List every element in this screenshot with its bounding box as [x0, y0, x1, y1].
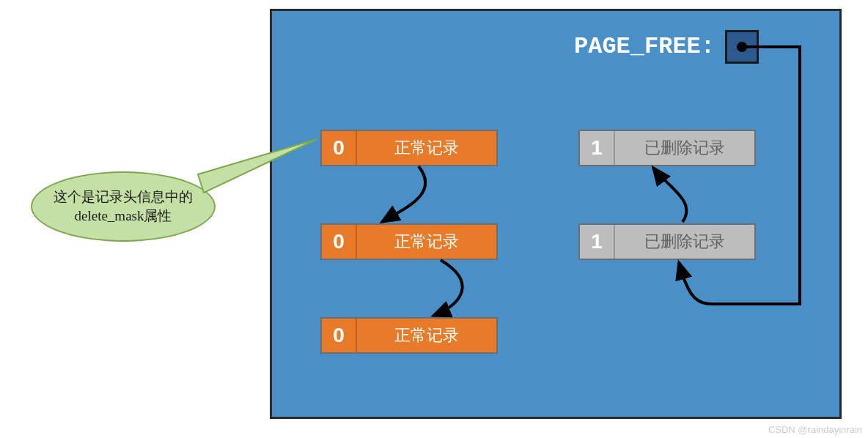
- deleted-record-1: 1 已删除记录: [578, 130, 756, 166]
- normal-record-3: 0 正常记录: [320, 317, 498, 354]
- normal-record-1: 0 正常记录: [320, 130, 498, 166]
- record-label: 已删除记录: [615, 225, 754, 259]
- record-label: 正常记录: [357, 131, 496, 165]
- diagram-container: PAGE_FREE: 0 正常记录 0 正常记录 0 正常记录 1 已删除记录 …: [270, 9, 842, 419]
- watermark-text: CSDN @raindayinrain: [768, 424, 862, 435]
- arrow-d2-to-d1: [272, 11, 844, 421]
- record-label: 正常记录: [357, 225, 496, 259]
- delete-mask-value: 1: [580, 131, 615, 165]
- callout-bubble: 这个是记录头信息中的 delete_mask属性: [31, 171, 216, 242]
- record-label: 正常记录: [357, 319, 496, 352]
- callout-line1: 这个是记录头信息中的: [54, 188, 193, 207]
- callout-line2: delete_mask属性: [75, 207, 172, 226]
- page-free-pointer-box: [725, 30, 759, 64]
- deleted-record-2: 1 已删除记录: [578, 223, 756, 260]
- delete-mask-value: 0: [322, 131, 357, 165]
- arrow-r1-to-r2: [272, 11, 844, 421]
- arrow-r2-to-r3: [272, 11, 844, 421]
- record-label: 已删除记录: [615, 131, 754, 165]
- delete-mask-value: 0: [322, 319, 357, 352]
- pointer-dot-icon: [737, 42, 747, 52]
- delete-mask-value: 0: [322, 225, 357, 259]
- normal-record-2: 0 正常记录: [320, 223, 498, 260]
- arrow-free-to-d2: [272, 11, 844, 421]
- page-free-label: PAGE_FREE:: [574, 33, 715, 60]
- delete-mask-value: 1: [580, 225, 615, 259]
